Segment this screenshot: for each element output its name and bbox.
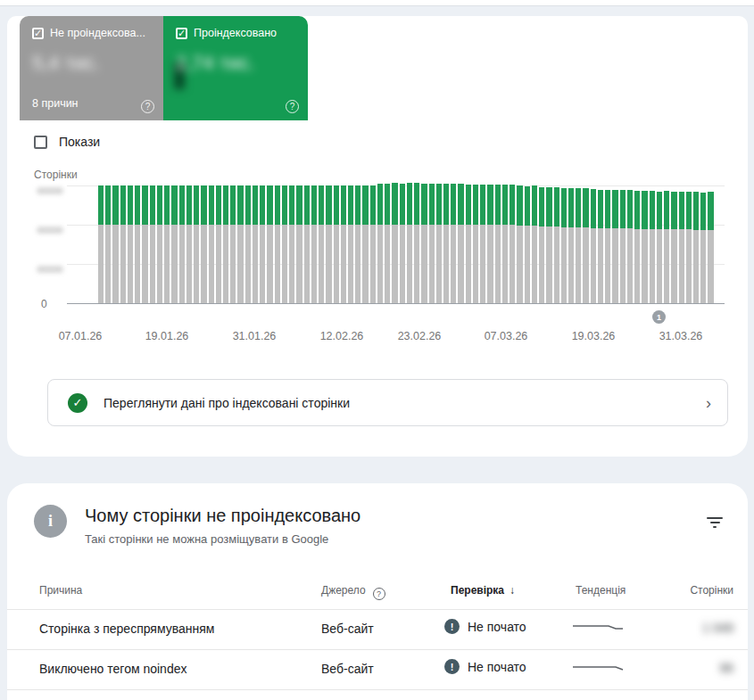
bar[interactable] — [319, 185, 324, 303]
bar[interactable] — [98, 185, 104, 303]
bar[interactable] — [105, 185, 111, 303]
bar[interactable] — [334, 185, 339, 303]
bar[interactable] — [201, 185, 206, 303]
bar[interactable] — [341, 185, 346, 303]
bar[interactable] — [583, 188, 588, 303]
bar[interactable] — [495, 185, 501, 303]
bar[interactable] — [304, 185, 310, 303]
col-header-reason[interactable]: Причина — [39, 584, 82, 597]
filter-icon[interactable] — [707, 517, 723, 528]
bar[interactable] — [693, 192, 699, 303]
bar[interactable] — [377, 184, 383, 303]
reason-cell[interactable]: Виключено тегом noindex — [39, 662, 186, 676]
bar[interactable] — [517, 185, 522, 303]
bar[interactable] — [525, 186, 530, 303]
not-indexed-checkbox[interactable]: ✓ — [32, 28, 44, 39]
bar-series[interactable] — [98, 179, 714, 303]
bar[interactable] — [282, 185, 287, 303]
bar[interactable] — [128, 185, 133, 303]
bar[interactable] — [237, 185, 243, 303]
bar[interactable] — [664, 191, 669, 303]
bar[interactable] — [473, 185, 478, 303]
bar[interactable] — [708, 192, 713, 303]
bar[interactable] — [568, 188, 574, 303]
help-icon[interactable]: ? — [373, 588, 385, 600]
bar[interactable] — [112, 185, 118, 303]
bar[interactable] — [480, 185, 485, 303]
bar[interactable] — [186, 185, 192, 303]
bar[interactable] — [260, 185, 265, 303]
bar[interactable] — [591, 189, 596, 303]
bar[interactable] — [355, 185, 360, 303]
bar[interactable] — [253, 185, 258, 303]
bar[interactable] — [700, 193, 706, 303]
impressions-toggle[interactable]: Покази — [34, 135, 100, 149]
bar[interactable] — [502, 185, 508, 303]
bar[interactable] — [216, 185, 221, 303]
bar[interactable] — [223, 185, 228, 303]
bar[interactable] — [546, 187, 551, 303]
bar[interactable] — [120, 185, 126, 303]
bar[interactable] — [179, 185, 185, 303]
bar[interactable] — [370, 185, 376, 303]
bar[interactable] — [539, 187, 544, 303]
bar[interactable] — [686, 192, 692, 303]
bar[interactable] — [326, 185, 331, 303]
stacked-bar-chart[interactable] — [67, 179, 725, 304]
bar[interactable] — [135, 185, 140, 303]
indexed-metric-card[interactable]: ✓ Проіндексовано 2,74 тис. ? — [163, 16, 308, 120]
reason-cell[interactable]: Сторінка з переспрямуванням — [39, 622, 214, 636]
bar[interactable] — [605, 190, 610, 303]
bar[interactable] — [466, 185, 471, 303]
indexed-checkbox[interactable]: ✓ — [176, 28, 187, 39]
bar[interactable] — [348, 185, 353, 303]
bar[interactable] — [458, 184, 463, 303]
table-row[interactable]: Сторінка з переспрямуваннямВеб-сайт!Не п… — [7, 609, 748, 649]
bar[interactable] — [443, 184, 449, 303]
bar[interactable] — [679, 192, 684, 303]
bar[interactable] — [627, 190, 633, 303]
annotation-badge[interactable]: 1 — [652, 310, 666, 324]
bar[interactable] — [275, 185, 280, 303]
bar[interactable] — [392, 183, 397, 303]
bar[interactable] — [554, 187, 559, 303]
bar[interactable] — [642, 191, 647, 303]
bar[interactable] — [150, 185, 155, 303]
bar[interactable] — [209, 185, 214, 303]
bar[interactable] — [561, 188, 567, 303]
bar[interactable] — [289, 185, 294, 303]
col-header-trend[interactable]: Тенденція — [576, 584, 626, 597]
col-header-verification[interactable]: Перевірка↓ — [451, 584, 515, 597]
col-header-source[interactable]: Джерело? — [321, 584, 385, 600]
bar[interactable] — [657, 192, 662, 303]
bar[interactable] — [362, 185, 368, 303]
bar[interactable] — [164, 185, 170, 303]
help-icon[interactable]: ? — [286, 100, 299, 113]
bar[interactable] — [598, 190, 603, 303]
bar[interactable] — [311, 185, 317, 303]
bar[interactable] — [414, 183, 419, 303]
view-indexed-data-banner[interactable]: ✓ Переглянути дані про індексовані сторі… — [47, 379, 728, 426]
help-icon[interactable]: ? — [141, 100, 154, 113]
bar[interactable] — [171, 185, 177, 303]
bar[interactable] — [650, 191, 655, 303]
col-header-pages[interactable]: Сторінки — [690, 584, 733, 597]
bar[interactable] — [576, 188, 581, 303]
bar[interactable] — [510, 185, 515, 303]
bar[interactable] — [671, 192, 676, 303]
bar[interactable] — [429, 184, 435, 303]
bar[interactable] — [385, 184, 390, 303]
bar[interactable] — [296, 185, 302, 303]
bar[interactable] — [487, 185, 493, 303]
table-row[interactable]: Виключено тегом noindexВеб-сайт!Не почат… — [7, 649, 748, 689]
bar[interactable] — [194, 185, 199, 303]
bar[interactable] — [230, 185, 236, 303]
bar[interactable] — [245, 185, 251, 303]
bar[interactable] — [612, 190, 617, 303]
bar[interactable] — [400, 184, 405, 303]
bar[interactable] — [421, 184, 427, 303]
bar[interactable] — [436, 184, 442, 303]
bar[interactable] — [532, 185, 537, 303]
bar[interactable] — [267, 185, 272, 303]
bar[interactable] — [142, 185, 147, 303]
